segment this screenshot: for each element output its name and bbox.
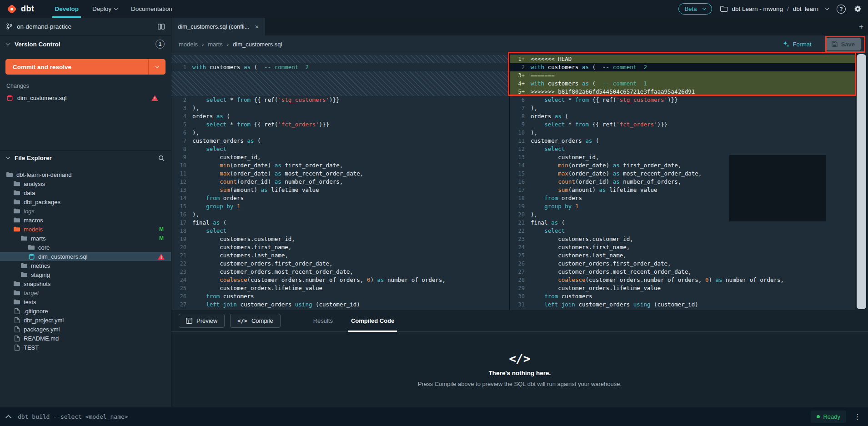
code-line[interactable]: 7), [510, 104, 855, 112]
commit-options-dropdown[interactable] [148, 59, 166, 75]
preview-button[interactable]: Preview [179, 314, 225, 328]
code-line[interactable]: 31 left join customer_orders using (cust… [510, 301, 855, 309]
code-line[interactable]: 1with customers as ( -- comment 2 [171, 63, 509, 71]
code-line[interactable]: 20), [510, 210, 855, 219]
code-line[interactable]: 9 select * from {{ ref('fct_orders')}} [510, 120, 855, 129]
code-line[interactable]: 2 select * from {{ ref('stg_customers')}… [171, 96, 509, 104]
file-search-button[interactable] [158, 155, 165, 161]
code-line[interactable]: 4+with customers as ( -- comment 1 [510, 80, 855, 88]
tab-compiled-code[interactable]: Compiled Code [342, 310, 403, 331]
code-line[interactable]: 24 coalesce(customer_orders.number_of_or… [171, 276, 509, 284]
save-button[interactable]: Save [826, 38, 861, 50]
code-line[interactable]: 29 customer_orders.lifetime_value [510, 284, 855, 292]
file-tree-item-core[interactable]: core [0, 243, 171, 252]
tab-dim-customers-sql[interactable]: dim_customers.sql (confli... × [171, 18, 265, 35]
code-line[interactable]: 23 customers.customer_id, [510, 235, 855, 243]
code-line[interactable]: 1+<<<<<<< HEAD [510, 55, 855, 63]
file-tree-item-marts[interactable]: martsM [0, 234, 171, 243]
code-line[interactable]: 11customer_orders as ( [510, 137, 855, 145]
code-line[interactable]: 25 customer_orders.lifetime_value [171, 284, 509, 292]
dbt-logo[interactable]: dbt [6, 4, 34, 15]
code-line[interactable]: 9 customer_id, [171, 153, 509, 161]
code-line[interactable]: 26 customer_orders.first_order_date, [510, 260, 855, 268]
file-tree-item-target[interactable]: target [0, 288, 171, 297]
file-tree-item-test[interactable]: TEST [0, 343, 171, 352]
code-line[interactable]: 10), [510, 129, 855, 137]
file-tree-item-data[interactable]: data [0, 188, 171, 197]
file-tree-item--gitignore[interactable]: .gitignore [0, 306, 171, 316]
code-line[interactable]: 16), [171, 210, 509, 219]
code-line[interactable]: 18 from orders [510, 194, 855, 202]
code-line[interactable]: 20 customers.first_name, [171, 243, 509, 251]
file-tree-item-metrics[interactable]: metrics [0, 261, 171, 270]
code-line[interactable]: 4orders as ( [171, 112, 509, 120]
code-line[interactable]: 21 customers.last_name, [171, 251, 509, 260]
split-view-icon[interactable] [158, 24, 165, 30]
tab-results[interactable]: Results [304, 310, 342, 331]
file-tree-item-snapshots[interactable]: snapshots [0, 279, 171, 288]
code-line[interactable]: 12 count(order_id) as number_of_orders, [171, 178, 509, 186]
code-line[interactable]: 14 min(order_date) as first_order_date, [510, 161, 855, 170]
kebab-menu-icon[interactable]: ⋮ [853, 412, 862, 421]
file-tree-item-macros[interactable]: macros [0, 216, 171, 225]
current-branch-selector[interactable]: on-demand-practice [0, 18, 171, 35]
code-line[interactable]: 15 group by 1 [171, 202, 509, 210]
code-line[interactable]: 6), [171, 129, 509, 137]
code-line[interactable]: 5+>>>>>>> b81f802a66fd544504c65721e3ffaa… [510, 88, 855, 96]
code-line[interactable]: 24 customers.first_name, [510, 243, 855, 251]
commit-and-resolve-button[interactable]: Commit and resolve [5, 59, 148, 75]
code-line[interactable]: 19 customers.customer_id, [171, 235, 509, 243]
code-line[interactable]: 11 max(order_date) as most_recent_order_… [171, 170, 509, 178]
code-line[interactable]: 2with customers as ( -- comment 2 [510, 63, 855, 71]
code-line[interactable]: 3+======= [510, 71, 855, 80]
code-line[interactable]: 8 select [171, 145, 509, 153]
file-explorer-section-header[interactable]: File Explorer [0, 150, 171, 165]
code-line[interactable]: 17final as ( [171, 219, 509, 227]
changed-file-row[interactable]: dim_customers.sql [0, 92, 171, 104]
file-tree-item-readme-md[interactable]: README.md [0, 334, 171, 343]
file-tree-item-dim-customers-sql[interactable]: dim_customers.sql [0, 252, 171, 261]
code-line[interactable]: 21final as ( [510, 219, 855, 227]
code-line[interactable]: 25 customers.last_name, [510, 251, 855, 260]
code-line[interactable]: 8orders as ( [510, 112, 855, 120]
help-button[interactable]: ? [837, 5, 846, 14]
code-line[interactable]: 13 customer_id, [510, 153, 855, 161]
code-line[interactable]: 22 select [510, 227, 855, 235]
code-line[interactable]: 13 sum(amount) as lifetime_value [171, 186, 509, 194]
code-line[interactable]: 16 count(order_id) as number_of_orders, [510, 178, 855, 186]
code-line[interactable]: 12 select [510, 145, 855, 153]
code-line[interactable]: 28 coalesce(customer_orders.number_of_or… [510, 276, 855, 284]
code-line[interactable]: 5 select * from {{ ref('fct_orders')}} [171, 120, 509, 129]
code-line[interactable]: 15 max(order_date) as most_recent_order_… [510, 170, 855, 178]
format-button[interactable]: Format [783, 41, 811, 48]
close-tab-icon[interactable]: × [255, 23, 259, 30]
nav-develop[interactable]: Develop [48, 0, 85, 18]
code-line[interactable]: 32) [510, 309, 855, 310]
code-line[interactable]: 7customer_orders as ( [171, 137, 509, 145]
code-line[interactable]: 19 group by 1 [510, 202, 855, 210]
code-line[interactable]: 26 from customers [171, 292, 509, 301]
file-tree-item-analysis[interactable]: analysis [0, 179, 171, 188]
beta-toggle[interactable]: Beta [678, 3, 712, 15]
file-tree-item-packages-yml[interactable]: packages.yml [0, 325, 171, 334]
nav-documentation[interactable]: Documentation [124, 0, 179, 18]
dbt-command-input[interactable] [18, 413, 803, 420]
file-tree-item-staging[interactable]: staging [0, 270, 171, 279]
file-tree-item-logs[interactable]: logs [0, 206, 171, 216]
account-project-switcher[interactable]: dbt Learn - mwong / dbt_learn [720, 5, 828, 12]
file-tree-item-tests[interactable]: tests [0, 297, 171, 306]
code-line[interactable]: 17 sum(amount) as lifetime_value [510, 186, 855, 194]
file-tree-item-models[interactable]: modelsM [0, 225, 171, 234]
file-tree-item-dbt-packages[interactable]: dbt_packages [0, 197, 171, 206]
file-tree-item-dbt-project-yml[interactable]: dbt_project.yml [0, 316, 171, 325]
scrollbar-thumb[interactable] [857, 54, 866, 309]
code-line[interactable]: 14 from orders [171, 194, 509, 202]
code-line[interactable]: 23 customer_orders.most_recent_order_dat… [171, 268, 509, 276]
nav-deploy[interactable]: Deploy [85, 0, 124, 18]
code-line[interactable]: 27 customer_orders.most_recent_order_dat… [510, 268, 855, 276]
code-line[interactable]: 6 select * from {{ ref('stg_customers')}… [510, 96, 855, 104]
code-line[interactable]: 18 select [171, 227, 509, 235]
settings-gear-icon[interactable] [854, 5, 862, 13]
code-line[interactable]: 30 from customers [510, 292, 855, 301]
code-line[interactable]: 10 min(order_date) as first_order_date, [171, 161, 509, 170]
